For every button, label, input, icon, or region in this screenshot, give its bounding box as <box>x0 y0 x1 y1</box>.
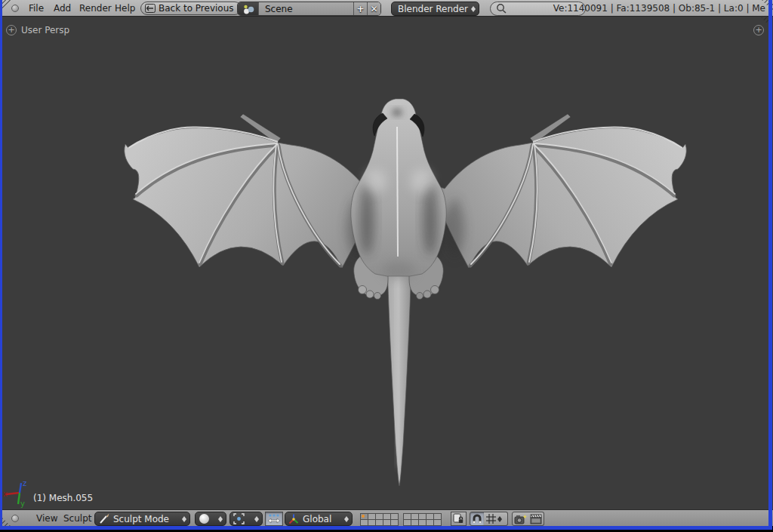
menu-render[interactable]: Render <box>79 3 112 14</box>
magnet-icon <box>472 514 482 524</box>
back-to-previous-button[interactable]: Back to Previous <box>140 2 242 15</box>
dropdown-chevrons-icon <box>182 514 186 524</box>
snap-element-dropdown[interactable] <box>484 512 508 526</box>
manipulator-toggle[interactable] <box>265 512 283 526</box>
layer-toggle-20[interactable] <box>433 519 442 526</box>
viewport-shading-sphere-icon <box>199 513 210 524</box>
lock-icon <box>453 513 464 524</box>
add-scene-button[interactable]: + <box>353 2 367 15</box>
axis-orientation-icon <box>288 513 300 525</box>
layer-toggle-10[interactable] <box>390 519 399 526</box>
scene-name-field[interactable]: Scene <box>258 2 353 15</box>
layer-block-1 <box>360 513 398 525</box>
opengl-render-button[interactable] <box>512 512 528 526</box>
dragon-model[interactable] <box>113 91 687 494</box>
scene-statistics: Ve:1140091 | Fa:1139508 | Ob:85-1 | La:0… <box>553 3 765 14</box>
axis-y-label: y <box>20 500 25 508</box>
render-engine-dropdown[interactable]: Blender Render <box>391 2 479 16</box>
menu-sculpt[interactable]: Sculpt <box>63 513 91 524</box>
window-border <box>0 0 2 530</box>
axis-gizmo: x y z <box>3 478 36 509</box>
dropdown-chevrons-icon <box>344 514 349 524</box>
pivot-point-dropdown[interactable] <box>229 512 263 526</box>
sculpt-brush-icon <box>98 513 110 524</box>
menu-view[interactable]: View <box>36 513 57 524</box>
layer-block-2 <box>403 513 441 525</box>
mode-dropdown[interactable]: Sculpt Mode <box>94 512 190 526</box>
viewport-3d[interactable]: + User Persp + <box>0 17 773 509</box>
grid-snap-icon <box>486 514 496 524</box>
window-border <box>0 526 772 530</box>
opengl-render-anim-button[interactable] <box>528 512 544 526</box>
viewport-shading-dropdown[interactable] <box>195 512 226 526</box>
snap-toggle[interactable] <box>470 512 485 526</box>
dropdown-chevrons-icon <box>254 514 259 524</box>
menu-add[interactable]: Add <box>54 3 71 14</box>
menu-file[interactable]: File <box>29 3 44 14</box>
toolshelf-expand-icon[interactable]: + <box>6 25 17 35</box>
dropdown-chevrons-icon <box>218 514 223 524</box>
render-engine-value: Blender Render <box>398 4 468 14</box>
search-icon <box>494 3 508 14</box>
viewport-header: View Sculpt Sculpt Mode <box>0 509 773 526</box>
back-arrow-icon <box>145 4 156 13</box>
active-object-label: (1) Mesh.055 <box>33 493 93 503</box>
editor-type-button[interactable] <box>11 5 19 12</box>
unlink-scene-button[interactable]: ✕ <box>367 2 380 15</box>
transform-orientation-dropdown[interactable]: Global <box>285 512 353 526</box>
scene-datablock-icon[interactable] <box>238 2 258 15</box>
dropdown-chevrons-icon <box>471 4 476 14</box>
pivot-center-icon <box>233 513 245 524</box>
camera-icon <box>514 514 527 524</box>
back-button-label: Back to Previous <box>159 3 234 14</box>
clapperboard-icon <box>530 514 542 524</box>
scene-lock-toggle[interactable] <box>451 512 467 526</box>
orientation-value: Global <box>303 514 331 524</box>
axis-z-label: z <box>23 479 26 487</box>
view-perspective-label: User Persp <box>21 25 69 35</box>
dropdown-chevrons-icon <box>497 514 502 524</box>
scene-datablock: Scene + ✕ <box>237 2 381 16</box>
blender-window: File Add Render Help Back to Previous Sc… <box>0 0 773 532</box>
axis-x-label: x <box>3 490 8 498</box>
properties-expand-icon[interactable]: + <box>753 25 764 35</box>
translate-manipulator-icon <box>267 513 281 524</box>
window-border <box>768 0 772 530</box>
menu-help[interactable]: Help <box>115 3 135 14</box>
editor-type-button[interactable] <box>11 515 19 522</box>
mode-value: Sculpt Mode <box>113 514 169 524</box>
info-header: File Add Render Help Back to Previous Sc… <box>0 0 773 17</box>
